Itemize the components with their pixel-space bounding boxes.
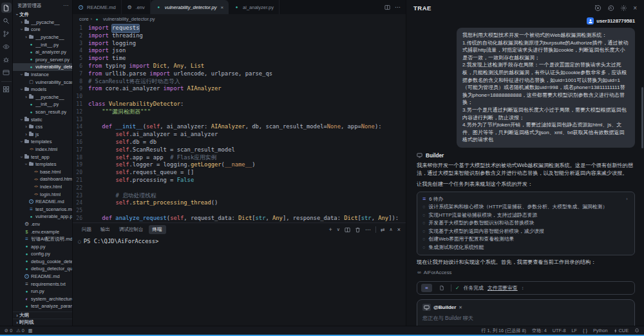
tree-file[interactable]: ●app.py bbox=[13, 242, 72, 250]
tree-file[interactable]: iREADME.md bbox=[13, 273, 72, 281]
editor-tab[interactable]: iREADME.md bbox=[73, 0, 122, 14]
tree-file[interactable]: <>login.html bbox=[13, 190, 72, 198]
panel-tab-终端[interactable]: 终端 bbox=[149, 225, 166, 234]
chat-scrollbar[interactable] bbox=[641, 87, 643, 148]
todo-view-button[interactable]: ≡ bbox=[421, 284, 432, 292]
tree-file[interactable]: ≡test_scenarios.md bbox=[13, 205, 72, 213]
expand-review-icon[interactable]: ↕ bbox=[522, 285, 524, 291]
tree-file[interactable]: ▢vulnerability_scann... bbox=[13, 78, 72, 86]
close-panel-icon[interactable]: × bbox=[633, 5, 637, 12]
activity-search-icon[interactable] bbox=[1, 15, 12, 26]
agent-chip[interactable]: @Builder bbox=[433, 304, 456, 310]
cursor-position[interactable]: 行 1, 列 16 (已选择 8) bbox=[481, 328, 526, 334]
language-mode[interactable]: Python bbox=[593, 328, 608, 333]
history-icon[interactable] bbox=[607, 5, 614, 12]
tree-folder[interactable]: ›test_app bbox=[13, 153, 72, 161]
review-files-link[interactable]: 文件需要审查 bbox=[488, 284, 518, 292]
tree-file[interactable]: ●vulnerability_detect... bbox=[13, 63, 72, 71]
warning-count[interactable]: ⚠0 bbox=[16, 328, 24, 333]
maximize-panel-icon[interactable]: ∧ bbox=[390, 227, 393, 232]
panel-layout-icon[interactable]: ⇄ bbox=[381, 227, 385, 233]
tree-file[interactable]: <>base.html bbox=[13, 168, 72, 175]
activity-extensions-icon[interactable] bbox=[1, 81, 12, 94]
tree-folder[interactable]: ›templates bbox=[13, 161, 72, 168]
panel-tab-问题[interactable]: 问题 bbox=[78, 225, 95, 234]
brackets-indicator[interactable]: { } bbox=[583, 328, 587, 333]
encoding[interactable]: UTF-8 bbox=[553, 328, 566, 333]
tree-file[interactable]: ●config.py bbox=[13, 250, 72, 258]
tree-folder[interactable]: ›__pycache__ bbox=[13, 34, 72, 41]
todo-item[interactable]: ○实现HTTP流量被动捕获模块，支持过滤静态资源 bbox=[422, 212, 629, 220]
tree-folder[interactable]: ›__pycache__ bbox=[13, 19, 72, 26]
eol[interactable]: LF bbox=[571, 328, 577, 333]
tree-file[interactable]: ●debug_detector_queu... bbox=[13, 265, 72, 273]
breadcrumb[interactable]: core›●vulnerability_detector.py bbox=[73, 14, 406, 24]
cue-status[interactable]: CUE bbox=[614, 328, 629, 333]
tree-file[interactable]: ●scan_result.py bbox=[13, 108, 72, 116]
breadcrumb-item[interactable]: core bbox=[79, 16, 89, 22]
user-avatar[interactable] bbox=[587, 17, 594, 25]
tree-folder[interactable]: ›models bbox=[13, 86, 72, 94]
tree-file[interactable]: <>index.html bbox=[13, 183, 72, 191]
editor-tab[interactable]: ●vulnerability_detector.py× bbox=[151, 0, 229, 14]
panel-tab-调试控制台[interactable]: 调试控制台 bbox=[115, 225, 147, 234]
editor-tab[interactable]: ⚙.env bbox=[122, 0, 151, 14]
activity-source-control-icon[interactable] bbox=[1, 28, 12, 39]
todo-item[interactable]: ○集成测试和优化系统性能 bbox=[422, 244, 629, 252]
panel-more-icon[interactable]: ⋯ bbox=[365, 226, 371, 233]
tree-file[interactable]: ⚙.env bbox=[13, 221, 72, 228]
tree-folder[interactable]: ›__pycache__ bbox=[13, 94, 72, 101]
settings-gear-icon[interactable] bbox=[620, 5, 627, 12]
todo-item[interactable]: ○开发基于大模型的参数智能识别和动态替换模块 bbox=[422, 219, 629, 228]
tree-file[interactable]: <>dashboard.html bbox=[13, 175, 72, 183]
activity-editor-layout-icon[interactable] bbox=[1, 67, 12, 77]
sidebar-more-icon[interactable]: ⋯ bbox=[63, 3, 69, 8]
code-editor[interactable]: 1import requests2import threading3import… bbox=[73, 24, 406, 222]
chat-input-placeholder[interactable]: 您正在与 Builder 聊天 bbox=[422, 315, 629, 326]
remove-agent-icon[interactable]: ✕ bbox=[459, 305, 462, 310]
workspace-ref[interactable]: AiForAccess bbox=[424, 270, 452, 275]
tree-file[interactable]: ◐system_architecture_d... bbox=[13, 295, 72, 303]
tree-file[interactable]: ●__init__.py bbox=[13, 41, 72, 48]
notifications-bell-icon[interactable] bbox=[634, 328, 639, 333]
close-panel-icon[interactable]: × bbox=[397, 226, 401, 233]
tree-folder[interactable]: ›instance bbox=[13, 71, 72, 79]
tree-file[interactable]: ●__init__.py bbox=[13, 101, 72, 108]
activity-debug-icon[interactable] bbox=[1, 54, 12, 64]
terminal-dropdown-icon[interactable]: ∨ bbox=[337, 227, 340, 232]
tree-file[interactable]: ≡requirements.txt bbox=[13, 280, 72, 288]
tree-file[interactable]: iREADME.md bbox=[13, 198, 72, 206]
chat-input-card[interactable]: @Builder ✕ 您正在与 Builder 聊天 @ # GPT-5-hig… bbox=[417, 299, 635, 326]
new-terminal-icon[interactable]: + bbox=[329, 226, 332, 233]
changed-files-button[interactable] bbox=[436, 284, 447, 292]
sidebar-section-时间线[interactable]: ›时间线 bbox=[13, 319, 72, 326]
panel-toggle-icon[interactable]: ▦ bbox=[28, 328, 33, 333]
todo-item[interactable]: ○实现基于大模型的返回内容智能分析模块，减少误报 bbox=[422, 228, 629, 236]
todo-item[interactable]: ○设计系统架构和核心模块（HTTP流量捕获、参数分析、大模型集成、漏洞检测） bbox=[422, 203, 629, 212]
todo-item[interactable]: ○创建Web界面用于配置和查看检测结果 bbox=[422, 235, 629, 244]
indentation[interactable]: 空格: 4 bbox=[532, 328, 547, 334]
editor-tab[interactable]: ●ai_analyzer.py bbox=[229, 0, 279, 14]
collapse-todos-icon[interactable]: › bbox=[625, 196, 629, 201]
new-chat-icon[interactable] bbox=[594, 5, 601, 12]
error-count[interactable]: ⊘0 bbox=[5, 328, 12, 333]
tree-file[interactable]: ≡智谱AI配置说明.md bbox=[13, 235, 72, 243]
tree-folder[interactable]: ›templates bbox=[13, 138, 72, 146]
tree-file[interactable]: ●run.py bbox=[13, 288, 72, 295]
tree-file[interactable]: ●debug_cookie_detecti... bbox=[13, 258, 72, 266]
tree-file[interactable]: $.env.example bbox=[13, 228, 72, 235]
tree-folder[interactable]: ›static bbox=[13, 115, 72, 123]
tree-file[interactable]: <>index.html bbox=[13, 146, 72, 153]
tree-section-header[interactable]: ›文件 bbox=[13, 11, 72, 19]
tree-file[interactable]: ●vulnerable_app.py bbox=[13, 213, 72, 221]
tree-folder[interactable]: ›css bbox=[13, 123, 72, 131]
editor-more-icon[interactable]: ⋯ bbox=[395, 4, 401, 10]
tree-folder[interactable]: ›js bbox=[13, 131, 72, 139]
tree-file[interactable]: ●proxy_server.py bbox=[13, 56, 72, 64]
tree-folder[interactable]: ›core bbox=[13, 26, 72, 34]
tree-file[interactable]: ●test_analyze_paramet... bbox=[13, 302, 72, 310]
split-terminal-icon[interactable] bbox=[345, 227, 350, 233]
activity-explorer-icon[interactable] bbox=[1, 3, 12, 13]
breadcrumb-item[interactable]: vulnerability_detector.py bbox=[103, 16, 155, 22]
terminal[interactable]: ○PS C:\QJD\AiForAccess> bbox=[73, 236, 406, 326]
